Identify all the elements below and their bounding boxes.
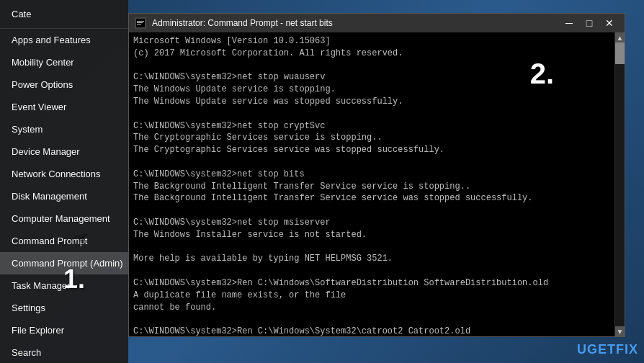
menu-item-devicemgr[interactable]: Device Manager <box>0 140 128 163</box>
menu-item-settings[interactable]: Settings <box>0 297 128 319</box>
menu-item-label: Task Manager <box>12 280 71 291</box>
cmd-title: Administrator: Command Prompt - net star… <box>152 18 560 28</box>
menu-item-eventviewer[interactable]: Event Viewer <box>0 96 128 118</box>
menu-item-system[interactable]: System <box>0 118 128 140</box>
watermark-accent: ET <box>598 342 616 357</box>
start-menu-items: Apps and Features Mobility Center Power … <box>0 29 128 363</box>
cmd-scrollbar[interactable]: ▲ ▼ <box>614 32 625 336</box>
menu-item-label: Apps and Features <box>12 35 91 45</box>
menu-item-cmd[interactable]: Command Prompt <box>0 230 128 252</box>
watermark-suffix: FIX <box>616 342 638 357</box>
menu-item-fileexplorer[interactable]: File Explorer <box>0 319 128 341</box>
menu-item-computer[interactable]: Computer Management <box>0 207 128 230</box>
menu-item-label: System <box>12 124 43 135</box>
menu-item-label: Power Options <box>12 79 73 90</box>
menu-item-mobility[interactable]: Mobility Center <box>0 51 128 73</box>
menu-item-label: Search <box>12 347 41 358</box>
desktop: Cate Apps and Features Mobility Center P… <box>0 0 644 363</box>
scroll-thumb[interactable] <box>615 42 625 64</box>
scroll-up-button[interactable]: ▲ <box>615 32 625 42</box>
step-label-1: 1. <box>63 264 85 295</box>
svg-rect-3 <box>137 24 141 24</box>
menu-item-network[interactable]: Network Connections <box>0 163 128 185</box>
cmd-window-icon <box>135 17 146 29</box>
menu-item-search[interactable]: Search <box>0 341 128 363</box>
menu-item-label: File Explorer <box>12 325 64 336</box>
close-button[interactable]: ✕ <box>600 16 619 30</box>
menu-item-label: Event Viewer <box>12 102 66 112</box>
cmd-titlebar: Administrator: Command Prompt - net star… <box>129 14 625 32</box>
menu-item-label: Computer Management <box>12 213 110 224</box>
menu-item-power[interactable]: Power Options <box>0 73 128 96</box>
cmd-window-controls: ─ □ ✕ <box>560 16 619 30</box>
start-menu-top: Cate <box>0 0 128 29</box>
scroll-down-button[interactable]: ▼ <box>615 326 625 336</box>
step-label-2: 2. <box>530 58 554 90</box>
start-menu-user: Cate <box>12 9 31 19</box>
svg-rect-1 <box>137 21 144 22</box>
menu-item-label: Mobility Center <box>12 57 74 68</box>
svg-rect-2 <box>137 22 143 23</box>
menu-item-apps[interactable]: Apps and Features <box>0 29 128 51</box>
maximize-button[interactable]: □ <box>580 16 599 30</box>
watermark: UGETFIX <box>577 342 638 357</box>
menu-item-label: Network Connections <box>12 169 101 179</box>
menu-item-label: Settings <box>12 302 45 313</box>
start-menu: Cate Apps and Features Mobility Center P… <box>0 0 128 363</box>
menu-item-label: Device Manager <box>12 146 80 157</box>
minimize-button[interactable]: ─ <box>560 16 578 30</box>
scroll-track <box>615 42 625 326</box>
menu-item-disk[interactable]: Disk Management <box>0 185 128 207</box>
menu-item-label: Disk Management <box>12 191 87 202</box>
watermark-prefix: UG <box>577 342 598 357</box>
